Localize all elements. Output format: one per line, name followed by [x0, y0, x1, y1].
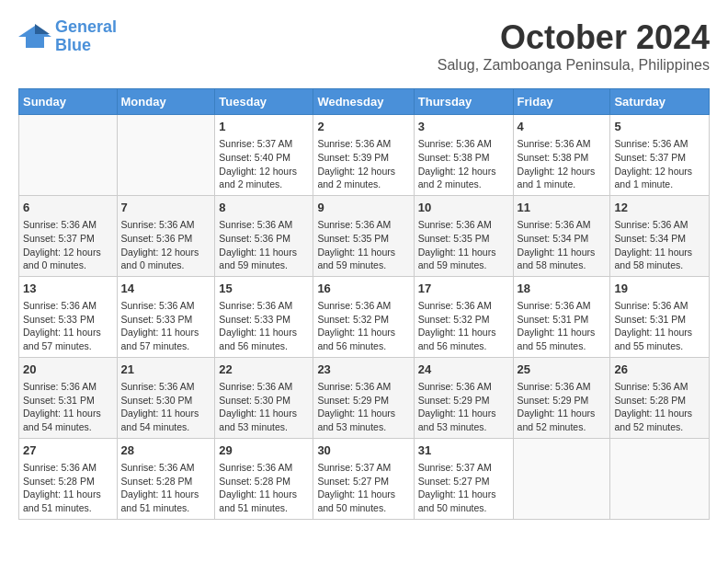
day-info: Sunrise: 5:36 AM Sunset: 5:38 PM Dayligh…: [418, 137, 509, 191]
day-info: Sunrise: 5:36 AM Sunset: 5:33 PM Dayligh…: [121, 299, 211, 353]
day-number: 12: [614, 200, 705, 216]
day-number: 26: [614, 362, 705, 378]
calendar-cell: 4Sunrise: 5:36 AM Sunset: 5:38 PM Daylig…: [513, 115, 610, 196]
calendar-cell: 17Sunrise: 5:36 AM Sunset: 5:32 PM Dayli…: [414, 276, 513, 357]
day-number: 9: [317, 200, 409, 216]
calendar-cell: 9Sunrise: 5:36 AM Sunset: 5:35 PM Daylig…: [313, 195, 414, 276]
day-number: 6: [23, 200, 113, 216]
day-info: Sunrise: 5:36 AM Sunset: 5:33 PM Dayligh…: [219, 299, 309, 353]
day-info: Sunrise: 5:36 AM Sunset: 5:28 PM Dayligh…: [23, 461, 113, 515]
day-number: 16: [317, 281, 409, 297]
calendar-cell: 28Sunrise: 5:36 AM Sunset: 5:28 PM Dayli…: [117, 438, 215, 519]
day-info: Sunrise: 5:36 AM Sunset: 5:34 PM Dayligh…: [518, 218, 607, 272]
calendar-cell: 18Sunrise: 5:36 AM Sunset: 5:31 PM Dayli…: [513, 276, 610, 357]
day-info: Sunrise: 5:37 AM Sunset: 5:27 PM Dayligh…: [418, 461, 509, 515]
weekday-header: Friday: [513, 89, 610, 115]
day-info: Sunrise: 5:36 AM Sunset: 5:35 PM Dayligh…: [317, 218, 409, 272]
logo: General Blue: [18, 18, 117, 55]
calendar-cell: 23Sunrise: 5:36 AM Sunset: 5:29 PM Dayli…: [313, 357, 414, 438]
calendar-cell: 3Sunrise: 5:36 AM Sunset: 5:38 PM Daylig…: [414, 115, 513, 196]
day-number: 2: [317, 119, 409, 135]
calendar-cell: 21Sunrise: 5:36 AM Sunset: 5:30 PM Dayli…: [117, 357, 215, 438]
calendar-week-row: 6Sunrise: 5:36 AM Sunset: 5:37 PM Daylig…: [19, 195, 710, 276]
calendar-cell: 2Sunrise: 5:36 AM Sunset: 5:39 PM Daylig…: [313, 115, 414, 196]
calendar-cell: 22Sunrise: 5:36 AM Sunset: 5:30 PM Dayli…: [215, 357, 313, 438]
day-info: Sunrise: 5:36 AM Sunset: 5:29 PM Dayligh…: [518, 380, 607, 434]
svg-marker-1: [35, 24, 50, 34]
day-info: Sunrise: 5:37 AM Sunset: 5:40 PM Dayligh…: [219, 137, 309, 191]
day-number: 30: [317, 442, 409, 459]
day-number: 3: [418, 119, 509, 135]
day-info: Sunrise: 5:36 AM Sunset: 5:31 PM Dayligh…: [614, 299, 705, 353]
logo-text: General Blue: [55, 18, 117, 55]
day-info: Sunrise: 5:36 AM Sunset: 5:36 PM Dayligh…: [219, 218, 309, 272]
day-number: 15: [219, 281, 309, 297]
day-info: Sunrise: 5:36 AM Sunset: 5:39 PM Dayligh…: [317, 137, 409, 191]
day-info: Sunrise: 5:36 AM Sunset: 5:38 PM Dayligh…: [518, 137, 607, 191]
page-header: General Blue October 2024 Salug, Zamboan…: [18, 18, 710, 74]
day-number: 21: [121, 362, 211, 378]
day-number: 5: [614, 119, 705, 135]
day-number: 4: [518, 119, 607, 135]
calendar-cell: 10Sunrise: 5:36 AM Sunset: 5:35 PM Dayli…: [414, 195, 513, 276]
calendar-cell: [117, 115, 215, 196]
calendar-cell: [610, 438, 710, 519]
day-info: Sunrise: 5:36 AM Sunset: 5:30 PM Dayligh…: [121, 380, 211, 434]
day-info: Sunrise: 5:36 AM Sunset: 5:30 PM Dayligh…: [219, 380, 309, 434]
day-number: 10: [418, 200, 509, 216]
calendar-week-row: 13Sunrise: 5:36 AM Sunset: 5:33 PM Dayli…: [19, 276, 710, 357]
day-info: Sunrise: 5:36 AM Sunset: 5:35 PM Dayligh…: [418, 218, 509, 272]
day-number: 18: [518, 281, 607, 297]
calendar-cell: 29Sunrise: 5:36 AM Sunset: 5:28 PM Dayli…: [215, 438, 313, 519]
calendar-cell: 13Sunrise: 5:36 AM Sunset: 5:33 PM Dayli…: [19, 276, 118, 357]
day-number: 24: [418, 362, 509, 378]
day-info: Sunrise: 5:36 AM Sunset: 5:31 PM Dayligh…: [23, 380, 113, 434]
day-info: Sunrise: 5:36 AM Sunset: 5:36 PM Dayligh…: [121, 218, 211, 272]
title-block: October 2024 Salug, Zamboanga Peninsula,…: [438, 18, 710, 74]
calendar-cell: 7Sunrise: 5:36 AM Sunset: 5:36 PM Daylig…: [117, 195, 215, 276]
calendar-week-row: 20Sunrise: 5:36 AM Sunset: 5:31 PM Dayli…: [19, 357, 710, 438]
calendar-cell: 27Sunrise: 5:36 AM Sunset: 5:28 PM Dayli…: [19, 438, 118, 519]
calendar-cell: 26Sunrise: 5:36 AM Sunset: 5:28 PM Dayli…: [610, 357, 710, 438]
calendar-cell: 25Sunrise: 5:36 AM Sunset: 5:29 PM Dayli…: [513, 357, 610, 438]
calendar-cell: [19, 115, 118, 196]
calendar-cell: 11Sunrise: 5:36 AM Sunset: 5:34 PM Dayli…: [513, 195, 610, 276]
day-info: Sunrise: 5:36 AM Sunset: 5:34 PM Dayligh…: [614, 218, 705, 272]
day-info: Sunrise: 5:36 AM Sunset: 5:28 PM Dayligh…: [121, 461, 211, 515]
day-number: 1: [219, 119, 309, 135]
calendar-cell: 30Sunrise: 5:37 AM Sunset: 5:27 PM Dayli…: [313, 438, 414, 519]
calendar-week-row: 1Sunrise: 5:37 AM Sunset: 5:40 PM Daylig…: [19, 115, 710, 196]
weekday-header-row: SundayMondayTuesdayWednesdayThursdayFrid…: [19, 89, 710, 115]
day-info: Sunrise: 5:36 AM Sunset: 5:28 PM Dayligh…: [219, 461, 309, 515]
day-number: 17: [418, 281, 509, 297]
day-info: Sunrise: 5:37 AM Sunset: 5:27 PM Dayligh…: [317, 461, 409, 515]
day-number: 13: [23, 281, 113, 297]
day-number: 11: [518, 200, 607, 216]
day-number: 28: [121, 442, 211, 459]
day-number: 31: [418, 442, 509, 459]
day-number: 27: [23, 442, 113, 459]
month-title: October 2024: [438, 18, 710, 57]
day-number: 29: [219, 442, 309, 459]
day-number: 25: [518, 362, 607, 378]
calendar-week-row: 27Sunrise: 5:36 AM Sunset: 5:28 PM Dayli…: [19, 438, 710, 519]
day-number: 20: [23, 362, 113, 378]
day-info: Sunrise: 5:36 AM Sunset: 5:29 PM Dayligh…: [317, 380, 409, 434]
calendar-cell: 20Sunrise: 5:36 AM Sunset: 5:31 PM Dayli…: [19, 357, 118, 438]
weekday-header: Wednesday: [313, 89, 414, 115]
day-info: Sunrise: 5:36 AM Sunset: 5:28 PM Dayligh…: [614, 380, 705, 434]
calendar-cell: 16Sunrise: 5:36 AM Sunset: 5:32 PM Dayli…: [313, 276, 414, 357]
day-number: 23: [317, 362, 409, 378]
day-number: 19: [614, 281, 705, 297]
calendar-cell: 1Sunrise: 5:37 AM Sunset: 5:40 PM Daylig…: [215, 115, 313, 196]
weekday-header: Sunday: [19, 89, 118, 115]
day-number: 22: [219, 362, 309, 378]
calendar-cell: 19Sunrise: 5:36 AM Sunset: 5:31 PM Dayli…: [610, 276, 710, 357]
day-info: Sunrise: 5:36 AM Sunset: 5:37 PM Dayligh…: [614, 137, 705, 191]
day-number: 14: [121, 281, 211, 297]
day-info: Sunrise: 5:36 AM Sunset: 5:32 PM Dayligh…: [317, 299, 409, 353]
calendar-cell: 24Sunrise: 5:36 AM Sunset: 5:29 PM Dayli…: [414, 357, 513, 438]
day-info: Sunrise: 5:36 AM Sunset: 5:29 PM Dayligh…: [418, 380, 509, 434]
weekday-header: Monday: [117, 89, 215, 115]
calendar-cell: 14Sunrise: 5:36 AM Sunset: 5:33 PM Dayli…: [117, 276, 215, 357]
